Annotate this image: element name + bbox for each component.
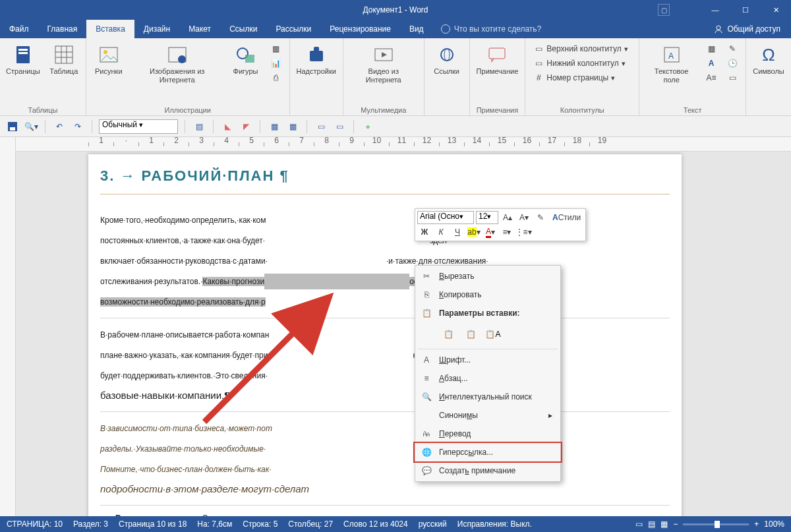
qat-circle[interactable]: ● [361,119,375,134]
qat-table-1[interactable]: ▦ [267,119,281,134]
table-button[interactable]: Таблица [45,41,82,77]
ctx-paragraph[interactable]: ≡Абзац... [415,369,560,388]
numbering-button[interactable]: ⋮≡▾ [516,225,531,239]
pages-button[interactable]: Страницы [3,41,43,77]
tab-references[interactable]: Ссылки [220,20,266,38]
status-page-of[interactable]: Страница 10 из 18 [119,519,187,529]
bold-button[interactable]: Ж [417,225,432,239]
links-button[interactable]: Ссылки [428,41,465,77]
group-label-headers: Колонтитулы [560,105,604,114]
ribbon-display-options[interactable]: ▢ [658,4,670,16]
undo-button[interactable]: ↶ [52,119,67,134]
view-mode-web[interactable]: ▦ [660,519,668,529]
ctx-synonyms[interactable]: Синонимы▸ [415,406,560,425]
status-page[interactable]: СТРАНИЦА: 10 [7,519,63,529]
close-button[interactable]: ✕ [761,0,791,20]
tab-file[interactable]: Файл [0,20,38,38]
wordart-button[interactable]: A [703,57,719,70]
ctx-new-comment[interactable]: 💬Создать примечание [415,461,560,480]
paste-text-only[interactable]: 📋A [484,325,502,343]
minimize-button[interactable]: — [700,0,730,20]
grow-font-button[interactable]: A▴ [500,211,515,224]
shrink-font-button[interactable]: A▾ [517,211,531,224]
qat-eraser-1[interactable]: ◣ [220,119,235,134]
qat-btn-1[interactable]: ▤ [192,119,206,134]
tab-review[interactable]: Рецензирование [320,20,400,38]
online-video-button[interactable]: Видео из Интернета [347,41,420,86]
view-mode-print[interactable]: ▤ [648,519,655,529]
view-mode-read[interactable]: ▭ [635,519,643,529]
quick-parts-button[interactable]: ▦ [703,42,719,55]
italic-button[interactable]: К [434,225,448,239]
mini-font-combo[interactable]: Arial (Осно▾ [417,211,474,224]
tab-insert[interactable]: Вставка [86,20,134,38]
redo-button[interactable]: ↷ [71,119,85,134]
datetime-button[interactable]: 🕒 [724,57,740,70]
vertical-ruler[interactable] [0,137,16,516]
status-language[interactable]: русский [419,519,447,529]
comment-button[interactable]: Примечание [474,41,521,77]
dropcap-button[interactable]: A≡ [703,71,719,84]
ribbon: Страницы Таблица Таблицы Рисунки Изображ… [0,38,791,116]
symbols-button[interactable]: Ω Символы [750,41,787,77]
signature-button[interactable]: ✎ [724,42,740,55]
context-menu: ✂Вырезать ⎘Копировать 📋Параметры вставки… [415,265,561,482]
textbox-button[interactable]: A Текстовое поле [643,41,699,86]
screenshot-button[interactable]: ⎙ [268,71,284,84]
footer-button[interactable]: ▭Нижний колонтитул ▾ [531,57,633,70]
bullets-button[interactable]: ≡▾ [500,225,514,239]
ctx-translate[interactable]: 🗛Перевод [415,425,560,443]
tab-view[interactable]: Вид [400,20,433,38]
tab-home[interactable]: Главная [38,20,87,38]
underline-button[interactable]: Ч [450,225,465,239]
qat-eraser-2[interactable]: ◤ [239,119,253,134]
shapes-button[interactable]: Фигуры [227,41,264,77]
smartart-button[interactable]: ▦ [268,42,284,55]
svg-point-19 [444,49,450,61]
qat-group-2[interactable]: ▭ [332,119,347,134]
tab-layout[interactable]: Макет [179,20,220,38]
mini-styles-button[interactable]: AСтили [550,211,583,224]
ctx-copy[interactable]: ⎘Копировать [415,285,560,304]
tab-mailings[interactable]: Рассылки [266,20,320,38]
object-button[interactable]: ▭ [724,71,740,84]
save-button[interactable] [5,119,20,134]
format-painter-button[interactable]: ✎ [533,211,548,224]
maximize-button[interactable]: ☐ [730,0,761,20]
online-pictures-button[interactable]: Изображения из Интернета [130,41,225,86]
zoom-out[interactable]: − [673,519,678,529]
tell-me[interactable]: Что вы хотите сделать? [441,20,542,38]
mini-size-combo[interactable]: 12▾ [476,211,498,224]
document-area[interactable]: 3. → РАБОЧИЙ·ПЛАН ¶ Кроме·того,·необходи… [16,152,791,516]
pictures-button[interactable]: Рисунки [90,41,127,77]
ctx-hyperlink[interactable]: 🌐Гиперссылка... [415,443,560,461]
zoom-in[interactable]: + [754,519,759,529]
tab-design[interactable]: Дизайн [134,20,179,38]
horizontal-ruler[interactable]: 1·12345678910111213141516171819 [16,137,791,152]
svg-rect-16 [314,47,319,52]
status-track-changes[interactable]: Исправления: Выкл. [457,519,532,529]
svg-rect-20 [489,48,505,59]
header-button[interactable]: ▭Верхний колонтитул ▾ [531,42,633,55]
status-words[interactable]: Слово 12 из 4024 [343,519,408,529]
font-color-button[interactable]: A▾ [483,225,498,239]
share-button[interactable]: Общий доступ [703,20,791,38]
svg-text:A: A [668,51,674,61]
style-combo[interactable]: Обычный ▾ [99,119,178,134]
status-section[interactable]: Раздел: 3 [73,519,108,529]
qat-table-2[interactable]: ▦ [285,119,300,134]
ctx-smart-lookup[interactable]: 🔍Интеллектуальный поиск [415,388,560,406]
zoom-slider[interactable] [683,523,749,525]
ctx-cut[interactable]: ✂Вырезать [415,267,560,285]
page-number-button[interactable]: #Номер страницы ▾ [531,71,633,84]
addins-button[interactable]: Надстройки [294,41,339,77]
ctx-font[interactable]: AШрифт... [415,351,560,369]
chart-button[interactable]: 📊 [268,57,284,70]
paste-keep-source[interactable]: 📋 [439,325,457,343]
qat-group-1[interactable]: ▭ [314,119,328,134]
paste-merge[interactable]: 📋 [461,325,480,343]
print-preview-button[interactable]: 🔍▾ [24,119,38,134]
highlight-button[interactable]: ab▾ [467,225,481,239]
divider [100,194,670,194]
zoom-level[interactable]: 100% [764,519,784,529]
